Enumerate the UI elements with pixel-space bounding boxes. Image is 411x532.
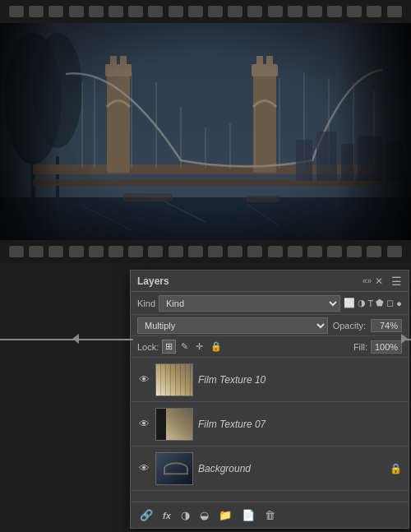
- lock-fill-row: Lock: ⊞ ✎ ✛ 🔒 Fill: 100%: [131, 336, 409, 358]
- layer-effects-icon[interactable]: fx: [160, 509, 173, 522]
- new-layer-icon[interactable]: 📄: [239, 507, 257, 523]
- film-hole: [327, 246, 342, 257]
- film-hole: [208, 6, 223, 17]
- blend-mode-select[interactable]: Multiply Normal Screen Overlay: [137, 317, 328, 334]
- layer-name: Film Texture 10: [198, 374, 402, 386]
- film-hole: [128, 6, 143, 17]
- locked-icon: 🔒: [390, 463, 402, 474]
- film-hole: [188, 246, 203, 257]
- film-hole: [9, 6, 24, 17]
- lock-pixels-icon[interactable]: ⊞: [162, 340, 176, 354]
- film-hole: [387, 246, 402, 257]
- film-hole: [367, 246, 381, 257]
- visibility-icon[interactable]: 👁: [137, 373, 150, 386]
- lock-position-icon[interactable]: ✎: [178, 340, 191, 353]
- film-hole: [109, 246, 123, 257]
- film-strip-bottom: [0, 240, 411, 263]
- film-hole: [9, 246, 24, 257]
- adjustment-filter-icon[interactable]: ◑: [358, 298, 366, 308]
- layer-row[interactable]: 👁 Background 🔒: [131, 446, 409, 491]
- adjustment-icon[interactable]: ◒: [197, 507, 211, 523]
- film-texture-07-thumb: [156, 409, 192, 440]
- film-hole: [69, 246, 84, 257]
- film-hole: [48, 6, 63, 17]
- panel-header: Layers «» ✕ ☰: [131, 271, 409, 292]
- visibility-icon[interactable]: 👁: [137, 418, 150, 431]
- film-hole: [148, 6, 163, 17]
- add-mask-icon[interactable]: ◑: [178, 507, 192, 523]
- film-hole: [288, 6, 302, 17]
- opacity-label: Opacity:: [333, 321, 366, 331]
- film-texture-10-thumb: [156, 364, 192, 396]
- vignette-overlay: [0, 0, 411, 263]
- lock-label: Lock:: [137, 342, 159, 352]
- film-hole: [89, 6, 104, 17]
- layer-name: Film Texture 07: [198, 419, 402, 430]
- lock-artboard-icon[interactable]: ✛: [193, 340, 206, 353]
- film-hole: [307, 246, 322, 257]
- fill-value[interactable]: 100%: [371, 340, 402, 354]
- film-hole: [29, 6, 44, 17]
- type-filter-icon[interactable]: T: [368, 298, 374, 308]
- film-hole: [347, 246, 362, 257]
- film-strip-top: [0, 0, 411, 23]
- panel-menu-icon[interactable]: ☰: [391, 275, 402, 288]
- film-hole: [89, 246, 104, 257]
- connector-line-left: [0, 339, 133, 340]
- panel-title: Layers: [137, 275, 169, 287]
- blend-opacity-row: Multiply Normal Screen Overlay Opacity: …: [131, 315, 409, 336]
- layer-row[interactable]: 👁 Film Texture 07: [131, 402, 409, 446]
- layer-name: Background: [198, 463, 385, 474]
- fill-label: Fill:: [353, 342, 367, 352]
- panel-header-controls: «» ✕ ☰: [363, 275, 402, 288]
- layer-thumbnail: [155, 363, 193, 396]
- layers-list: 👁 Film Texture 10 👁 Film Texture 07 👁 Ba…: [131, 358, 409, 491]
- main-canvas: [0, 0, 411, 263]
- film-hole: [29, 246, 44, 257]
- panel-collapse-icon[interactable]: «»: [363, 276, 372, 285]
- visibility-icon[interactable]: 👁: [137, 462, 150, 475]
- film-hole: [48, 246, 63, 257]
- filter-kind-row: Kind Kind ⬜ ◑ T ⬟ ◻ ●: [131, 292, 409, 315]
- film-hole: [128, 246, 143, 257]
- film-hole: [228, 6, 242, 17]
- arrow-left-icon: [72, 334, 79, 344]
- lock-all-icon[interactable]: 🔒: [208, 340, 224, 353]
- film-hole: [228, 246, 242, 257]
- film-hole: [188, 6, 203, 17]
- shape-filter-icon[interactable]: ⬟: [376, 298, 384, 308]
- opacity-value[interactable]: 74%: [371, 319, 402, 332]
- link-layers-icon[interactable]: 🔗: [137, 507, 155, 523]
- film-hole: [268, 246, 283, 257]
- panel-toolbar: 🔗 fx ◑ ◒ 📁 📄 🗑: [131, 502, 409, 528]
- film-hole: [307, 6, 322, 17]
- layer-row[interactable]: 👁 Film Texture 10: [131, 358, 409, 402]
- film-hole: [268, 6, 283, 17]
- arrow-right-icon: [401, 334, 408, 344]
- lock-icon-group: ⊞ ✎ ✛ 🔒: [162, 340, 350, 354]
- film-hole: [169, 246, 183, 257]
- film-hole: [169, 6, 183, 17]
- layer-thumbnail: [155, 452, 193, 485]
- film-hole: [247, 6, 262, 17]
- panel-close-icon[interactable]: ✕: [375, 275, 383, 287]
- film-hole: [327, 6, 342, 17]
- film-hole: [208, 246, 223, 257]
- filter-icons: ⬜ ◑ T ⬟ ◻ ●: [344, 298, 402, 308]
- film-hole: [288, 246, 302, 257]
- smart-filter-icon[interactable]: ◻: [386, 298, 394, 308]
- background-thumb: [156, 453, 192, 484]
- group-layers-icon[interactable]: 📁: [216, 507, 234, 523]
- filter-toggle-icon[interactable]: ●: [396, 298, 402, 308]
- film-hole: [387, 6, 402, 17]
- film-hole: [247, 246, 262, 257]
- film-hole: [367, 6, 381, 17]
- kind-label: Kind: [137, 298, 155, 308]
- kind-select[interactable]: Kind: [159, 295, 340, 312]
- delete-layer-icon[interactable]: 🗑: [262, 507, 278, 523]
- pixel-filter-icon[interactable]: ⬜: [344, 298, 355, 308]
- film-hole: [109, 6, 123, 17]
- film-hole: [69, 6, 84, 17]
- film-hole: [148, 246, 163, 257]
- film-hole: [347, 6, 362, 17]
